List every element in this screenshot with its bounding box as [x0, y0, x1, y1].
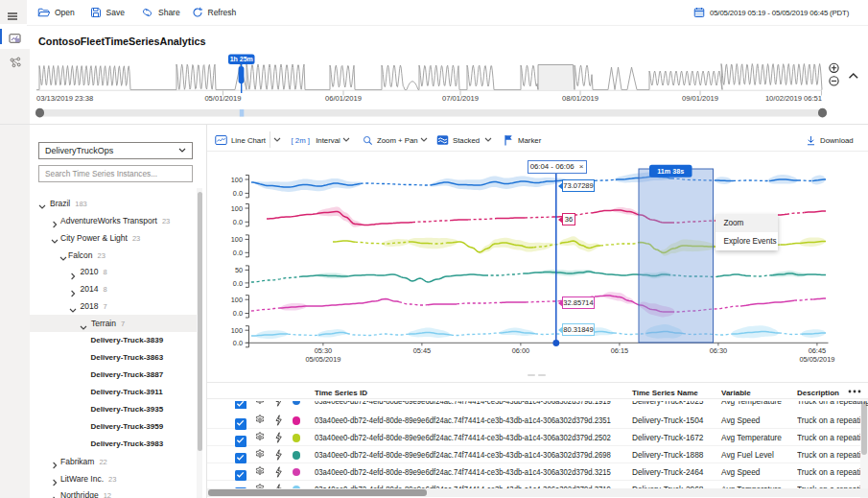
- svg-text:05/05/2019: 05/05/2019: [799, 355, 834, 364]
- svg-text:0.0: 0.0: [233, 189, 243, 198]
- svg-text:100: 100: [231, 204, 243, 213]
- svg-text:06:15: 06:15: [611, 346, 629, 355]
- svg-text:0.0: 0.0: [233, 218, 243, 226]
- svg-text:100: 100: [231, 235, 243, 244]
- svg-text:11m 38s: 11m 38s: [657, 167, 684, 176]
- svg-text:05:45: 05:45: [413, 346, 432, 355]
- svg-text:06:00: 06:00: [512, 346, 530, 355]
- svg-text:100: 100: [231, 326, 243, 335]
- svg-text:0.0: 0.0: [233, 309, 243, 318]
- svg-text:0.0: 0.0: [233, 249, 243, 257]
- svg-text:0.0: 0.0: [233, 279, 243, 288]
- svg-text:05:30: 05:30: [315, 346, 333, 355]
- svg-text:0.0: 0.0: [233, 339, 243, 347]
- svg-text:100: 100: [231, 296, 243, 304]
- svg-text:100: 100: [231, 176, 243, 184]
- svg-text:06:45: 06:45: [809, 346, 827, 355]
- svg-text:06:30: 06:30: [710, 346, 728, 355]
- svg-text:05/05/2019: 05/05/2019: [305, 355, 340, 364]
- svg-text:50: 50: [235, 266, 243, 274]
